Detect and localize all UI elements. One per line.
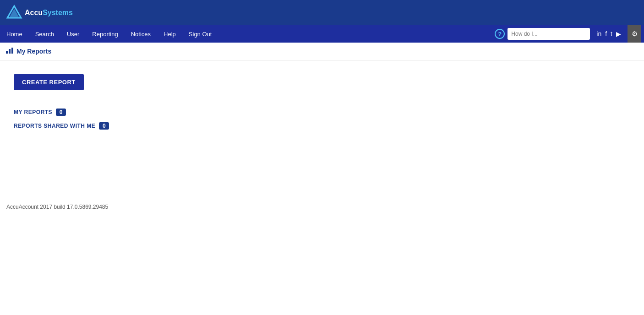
shared-reports-badge: 0 bbox=[99, 122, 109, 130]
nav-signout[interactable]: Sign Out bbox=[182, 25, 218, 43]
my-reports-label: MY REPORTS bbox=[14, 109, 52, 115]
reports-section: MY REPORTS 0 REPORTS SHARED WITH ME 0 bbox=[14, 109, 630, 130]
nav-search[interactable]: Search bbox=[29, 25, 60, 43]
nav-user[interactable]: User bbox=[60, 25, 86, 43]
svg-rect-4 bbox=[11, 48, 13, 54]
nav-links: Home Search User Reporting Notices Help … bbox=[0, 25, 495, 43]
breadcrumb-icon bbox=[5, 46, 14, 56]
nav-bar: Home Search User Reporting Notices Help … bbox=[0, 25, 644, 43]
nav-reporting[interactable]: Reporting bbox=[86, 25, 124, 43]
shared-reports-row: REPORTS SHARED WITH ME 0 bbox=[14, 122, 630, 130]
nav-notices[interactable]: Notices bbox=[125, 25, 157, 43]
search-area: ? in f t ▶ ⚙ bbox=[495, 25, 644, 43]
nav-home[interactable]: Home bbox=[0, 25, 29, 43]
logo-icon bbox=[5, 4, 23, 22]
social-icons: in f t ▶ bbox=[593, 30, 625, 38]
logo-area: AccuSystems bbox=[5, 4, 73, 22]
nav-help[interactable]: Help bbox=[157, 25, 182, 43]
breadcrumb-text: My Reports bbox=[16, 48, 51, 55]
linkedin-icon[interactable]: in bbox=[596, 30, 601, 38]
create-report-button[interactable]: CREATE REPORT bbox=[14, 74, 84, 90]
footer: AccuAccount 2017 build 17.0.5869.29485 bbox=[0, 198, 644, 216]
brand-bar: AccuSystems bbox=[0, 0, 644, 25]
my-reports-row: MY REPORTS 0 bbox=[14, 109, 630, 116]
help-circle-icon[interactable]: ? bbox=[495, 29, 505, 39]
twitter-icon[interactable]: t bbox=[611, 30, 612, 38]
version-text: AccuAccount 2017 build 17.0.5869.29485 bbox=[6, 204, 108, 210]
svg-rect-2 bbox=[6, 51, 8, 54]
main-content: CREATE REPORT MY REPORTS 0 REPORTS SHARE… bbox=[0, 60, 644, 198]
facebook-icon[interactable]: f bbox=[605, 30, 607, 38]
my-reports-badge: 0 bbox=[56, 109, 66, 116]
youtube-icon[interactable]: ▶ bbox=[616, 30, 621, 38]
breadcrumb: My Reports bbox=[0, 43, 644, 60]
logo-text: AccuSystems bbox=[25, 9, 73, 16]
bar-chart-icon bbox=[5, 46, 14, 54]
settings-icon[interactable]: ⚙ bbox=[628, 25, 641, 43]
search-input[interactable] bbox=[508, 28, 590, 40]
shared-reports-label: REPORTS SHARED WITH ME bbox=[14, 123, 95, 129]
svg-rect-3 bbox=[9, 49, 11, 54]
